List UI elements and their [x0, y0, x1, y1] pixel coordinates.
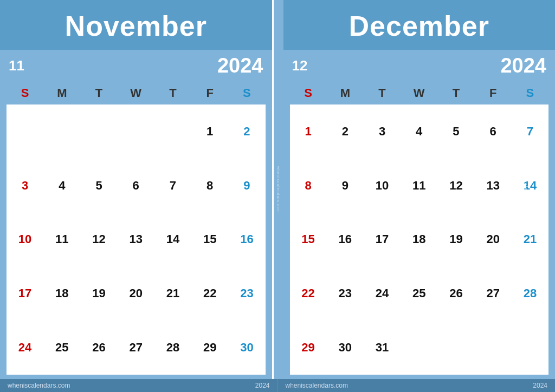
table-row: 22: [290, 266, 327, 321]
table-row: 6: [118, 159, 154, 213]
footer-dec-site: wheniscalendars.com: [286, 382, 348, 389]
dec-watermark-left: wheniscalendars.com: [310, 164, 315, 215]
table-row: 29: [191, 321, 228, 375]
table-row: [437, 321, 474, 375]
footer-november: wheniscalendars.com 2024: [0, 379, 278, 392]
table-row: 5: [437, 104, 474, 159]
november-calendar: November 11 2024 S M T W T F S 123456789…: [0, 0, 274, 379]
table-row: 14: [154, 213, 191, 267]
table-row: 16: [327, 213, 364, 267]
table-row: [475, 321, 512, 375]
december-title: December: [283, 0, 556, 50]
november-days-grid: 1234567891011121314151617181920212223242…: [7, 104, 266, 375]
december-month-year-row: 12 2024: [283, 50, 556, 82]
dec-header-fri: F: [475, 84, 512, 102]
november-month-number: 11: [9, 57, 24, 74]
table-row: 3: [364, 104, 401, 159]
table-row: 13: [118, 213, 154, 267]
december-year: 2024: [500, 54, 546, 77]
footer-december: wheniscalendars.com 2024: [278, 379, 556, 392]
table-row: 9: [228, 159, 265, 213]
table-row: 8: [290, 159, 327, 213]
table-row: 29: [290, 321, 327, 375]
nov-header-thu: T: [154, 84, 191, 102]
table-row: 10: [364, 159, 401, 213]
table-row: 20: [118, 266, 154, 321]
nov-header-fri: F: [191, 84, 228, 102]
table-row: [43, 104, 80, 159]
center-watermark: wheniscalendars.com: [274, 0, 283, 379]
november-day-headers: S M T W T F S: [0, 82, 272, 104]
table-row: 12: [80, 213, 117, 267]
table-row: 9: [327, 159, 364, 213]
table-row: 15: [290, 213, 327, 267]
table-row: 2: [327, 104, 364, 159]
dec-header-tue: T: [364, 84, 401, 102]
table-row: [7, 104, 43, 159]
table-row: 1: [290, 104, 327, 159]
table-row: 24: [7, 321, 43, 375]
table-row: 23: [327, 266, 364, 321]
table-row: 8: [191, 159, 228, 213]
dec-header-wed: W: [401, 84, 437, 102]
table-row: 21: [512, 213, 548, 267]
table-row: 6: [475, 104, 512, 159]
table-row: 17: [7, 266, 43, 321]
table-row: 27: [475, 266, 512, 321]
table-row: 20: [475, 213, 512, 267]
footer: wheniscalendars.com 2024 wheniscalendars…: [0, 379, 555, 392]
table-row: 30: [228, 321, 265, 375]
table-row: 17: [364, 213, 401, 267]
dec-header-mon: M: [327, 84, 364, 102]
nov-header-sun: S: [7, 84, 43, 102]
november-month-year-row: 11 2024: [0, 50, 272, 82]
table-row: 18: [401, 213, 437, 267]
table-row: 3: [7, 159, 43, 213]
table-row: 4: [43, 159, 80, 213]
table-row: 28: [512, 266, 548, 321]
nov-header-mon: M: [43, 84, 80, 102]
table-row: 13: [475, 159, 512, 213]
table-row: 19: [80, 266, 117, 321]
table-row: 5: [80, 159, 117, 213]
table-row: 22: [191, 266, 228, 321]
table-row: 15: [191, 213, 228, 267]
table-row: [80, 104, 117, 159]
table-row: 18: [43, 266, 80, 321]
table-row: [154, 104, 191, 159]
table-row: [401, 321, 437, 375]
table-row: 7: [154, 159, 191, 213]
table-row: 11: [43, 213, 80, 267]
table-row: 2: [228, 104, 265, 159]
table-row: 24: [364, 266, 401, 321]
table-row: [512, 321, 548, 375]
table-row: 26: [437, 266, 474, 321]
table-row: 28: [154, 321, 191, 375]
table-row: 4: [401, 104, 437, 159]
december-month-number: 12: [292, 57, 308, 74]
table-row: 30: [327, 321, 364, 375]
dec-watermark-right: wheniscalendars.com: [523, 164, 528, 215]
table-row: 19: [437, 213, 474, 267]
november-title: November: [0, 0, 272, 50]
dec-header-sun: S: [290, 84, 327, 102]
november-year: 2024: [217, 54, 263, 77]
table-row: 27: [118, 321, 154, 375]
nov-header-tue: T: [80, 84, 117, 102]
table-row: 21: [154, 266, 191, 321]
nov-watermark-right: wheniscalendars.com: [240, 164, 245, 215]
table-row: 11: [401, 159, 437, 213]
table-row: 25: [401, 266, 437, 321]
footer-nov-year: 2024: [255, 382, 270, 389]
table-row: 16: [228, 213, 265, 267]
december-days-grid: 1234567891011121314151617181920212223242…: [290, 104, 549, 375]
table-row: 1: [191, 104, 228, 159]
table-row: 26: [80, 321, 117, 375]
table-row: 7: [512, 104, 548, 159]
table-row: 10: [7, 213, 43, 267]
december-day-headers: S M T W T F S: [283, 82, 556, 104]
table-row: 31: [364, 321, 401, 375]
footer-dec-year: 2024: [533, 382, 547, 389]
table-row: 25: [43, 321, 80, 375]
table-row: 14: [512, 159, 548, 213]
